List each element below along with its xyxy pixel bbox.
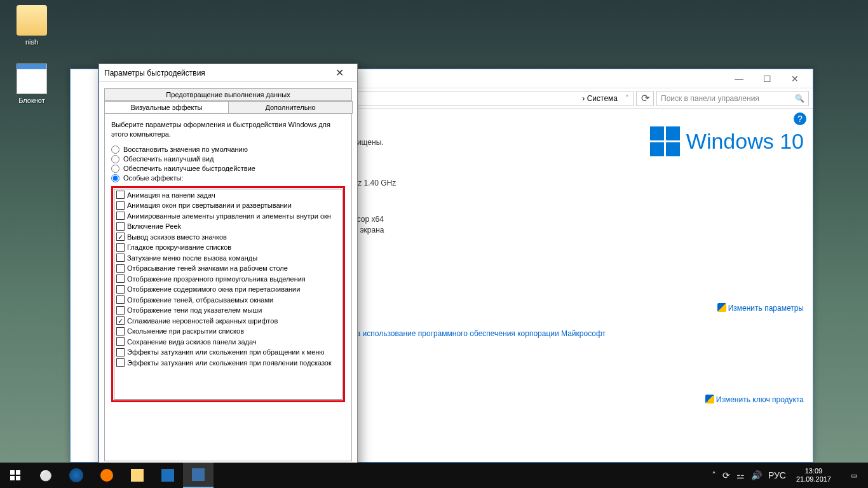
checkbox[interactable] (116, 327, 125, 336)
computer-icon (192, 468, 205, 481)
effects-list-item-label: Затухание меню после вызова команды (127, 253, 257, 264)
effects-list-item-label: Эффекты затухания или скольжения при поя… (127, 358, 332, 369)
search-placeholder: Поиск в панели управления (661, 94, 759, 103)
effects-list-item[interactable]: Отбрасывание теней значками на рабочем с… (115, 263, 341, 274)
close-button[interactable]: ✕ (781, 70, 809, 88)
desktop-icon-folder[interactable]: nish (8, 5, 56, 46)
radio-best-performance[interactable]: Обеспечить наилучшее быстродействие (111, 165, 345, 173)
help-icon[interactable]: ? (794, 112, 806, 125)
taskbar: ⚪ ˄ ⟳ ⚍ 🔊 РУС 13:09 21.09.2017 ▭ (0, 463, 868, 488)
search-button[interactable]: ⚪ (31, 463, 61, 488)
close-button[interactable]: ✕ (327, 67, 352, 79)
tab-dep[interactable]: Предотвращение выполнения данных (104, 88, 352, 101)
taskbar-app-system[interactable] (183, 463, 214, 488)
checkbox[interactable] (116, 274, 125, 283)
refresh-button[interactable]: ⟳ (636, 91, 654, 106)
effects-list-item[interactable]: ✓Вывод эскизов вместо значков (115, 232, 341, 243)
effects-list-item[interactable]: Скольжение при раскрытии списков (115, 326, 341, 337)
effects-list-item-label: Отображение прозрачного прямоугольника в… (127, 274, 306, 285)
chevron-down-icon[interactable]: ˅ (625, 94, 629, 103)
effects-list-item[interactable]: Сохранение вида эскизов панели задач (115, 337, 341, 348)
search-input[interactable]: Поиск в панели управления 🔍 (656, 91, 809, 106)
start-button[interactable] (0, 463, 31, 488)
radio-custom[interactable]: Особые эффекты: (111, 174, 345, 182)
action-center-button[interactable]: ▭ (841, 463, 867, 488)
effects-list-item[interactable]: Гладкое прокручивание списков (115, 242, 341, 253)
desktop-icon-notepad[interactable]: Блокнот (8, 64, 56, 104)
windows10-logo-text: Windows 10 (686, 129, 804, 154)
svg-rect-3 (16, 476, 20, 480)
taskbar-app-edge[interactable] (61, 463, 92, 488)
checkbox[interactable] (116, 212, 125, 220)
windows10-logo: Windows 10 (650, 126, 804, 156)
minimize-button[interactable]: — (725, 70, 753, 88)
system-tray: ˄ ⟳ ⚍ 🔊 РУС 13:09 21.09.2017 ▭ (712, 463, 868, 488)
checkbox[interactable] (116, 243, 125, 252)
effects-list-item[interactable]: Отображение тени под указателем мыши (115, 305, 341, 316)
tab-visual-effects[interactable]: Визуальные эффекты (104, 101, 229, 114)
checkbox[interactable] (116, 295, 125, 304)
desktop-icon-label: nish (8, 38, 56, 46)
notification-icon: ▭ (851, 471, 857, 480)
effects-list-item[interactable]: ✓Сглаживание неровностей экранных шрифто… (115, 316, 341, 327)
tray-language[interactable]: РУС (768, 470, 786, 480)
effects-list-item[interactable]: Анимация окон при свертывании и разверты… (115, 200, 341, 211)
effects-list-item[interactable]: Отображение прозрачного прямоугольника в… (115, 274, 341, 285)
effects-list-item-label: Анимированные элементы управления и элем… (127, 211, 331, 222)
checkbox[interactable] (116, 191, 125, 199)
tray-date: 21.09.2017 (796, 475, 831, 484)
dialog-title: Параметры быстродействия (104, 69, 205, 78)
checkbox[interactable] (116, 201, 125, 210)
checkbox[interactable] (116, 348, 125, 356)
radio-let-windows-choose[interactable]: Восстановить значения по умолчанию (111, 146, 345, 154)
effects-list-item[interactable]: Отображение теней, отбрасываемых окнами (115, 295, 341, 306)
svg-rect-1 (16, 470, 20, 475)
effects-list-item[interactable]: Отображение содержимого окна при перетас… (115, 284, 341, 295)
effects-list-item-label: Отображение теней, отбрасываемых окнами (127, 295, 273, 306)
checkbox[interactable] (116, 285, 125, 294)
effects-list-item-label: Включение Peek (127, 221, 181, 232)
effects-list[interactable]: Анимация на панели задачАнимация окон пр… (114, 189, 342, 400)
radio-best-appearance[interactable]: Обеспечить наилучший вид (111, 155, 345, 163)
maximize-button[interactable]: ☐ (753, 70, 781, 88)
tray-volume-icon[interactable]: 🔊 (751, 470, 762, 480)
effects-list-item[interactable]: Включение Peek (115, 221, 341, 232)
effects-list-item[interactable]: Эффекты затухания или скольжения при поя… (115, 358, 341, 369)
breadcrumb-segment: › Система (582, 94, 618, 103)
taskbar-app[interactable] (92, 463, 122, 488)
svg-rect-0 (10, 470, 15, 475)
checkbox[interactable]: ✓ (116, 233, 125, 241)
effects-list-item-label: Анимация окон при свертывании и разверты… (127, 200, 292, 211)
app-icon (100, 469, 113, 482)
change-settings-link[interactable]: Изменить параметры (728, 304, 804, 313)
checkbox[interactable] (116, 337, 125, 346)
effects-list-item-label: Отбрасывание теней значками на рабочем с… (127, 263, 288, 274)
checkbox[interactable] (116, 358, 125, 367)
effects-list-item-label: Отображение содержимого окна при перетас… (127, 284, 300, 295)
effects-list-item[interactable]: Анимация на панели задач (115, 190, 341, 201)
effects-list-item-label: Анимация на панели задач (127, 190, 215, 201)
taskbar-app-explorer[interactable] (122, 463, 153, 488)
edge-icon (69, 468, 83, 482)
checkbox[interactable]: ✓ (116, 316, 125, 325)
folder-icon (131, 469, 144, 482)
tray-clock[interactable]: 13:09 21.09.2017 (792, 467, 835, 484)
effects-list-item-label: Сохранение вида эскизов панели задач (127, 337, 257, 348)
tab-advanced[interactable]: Дополнительно (228, 101, 353, 114)
taskbar-app[interactable] (153, 463, 183, 488)
effects-list-item[interactable]: Анимированные элементы управления и элем… (115, 211, 341, 222)
effects-list-item-label: Эффекты затухания или скольжения при обр… (127, 347, 325, 358)
tray-network-icon[interactable]: ⚍ (736, 470, 745, 480)
tray-sync-icon[interactable]: ⟳ (722, 470, 730, 480)
checkbox[interactable] (116, 222, 125, 231)
effects-list-item[interactable]: Затухание меню после вызова команды (115, 253, 341, 264)
checkbox[interactable] (116, 306, 125, 315)
svg-rect-2 (10, 476, 15, 480)
checkbox[interactable] (116, 264, 125, 273)
change-product-key-link[interactable]: Изменить ключ продукта (716, 395, 804, 404)
effects-list-item-label: Гладкое прокручивание списков (127, 242, 231, 253)
effects-list-item-label: Сглаживание неровностей экранных шрифтов (127, 316, 278, 327)
checkbox[interactable] (116, 254, 125, 262)
tray-chevron-up-icon[interactable]: ˄ (712, 470, 716, 480)
effects-list-item[interactable]: Эффекты затухания или скольжения при обр… (115, 347, 341, 358)
